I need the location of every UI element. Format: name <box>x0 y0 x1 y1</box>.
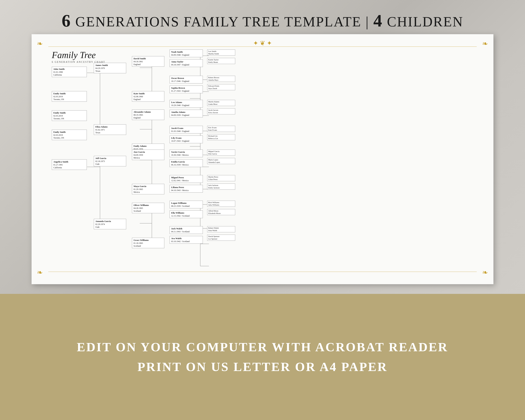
top-ornament: ✦ ❦ ✦ <box>253 39 272 47</box>
pair-jack-jackson: Jack Jackson Emily Jackson <box>207 183 235 190</box>
person-ella-williams: Ella Williams 12.15.1942 / Scotland <box>169 210 203 218</box>
person-amanda-garcia: Amanda Garcia 02.29.1974 Utah <box>94 219 126 229</box>
person-emily-smith-1: Emily Smith 02.03.2019 Toronto, ON <box>52 91 87 102</box>
pair-rick-williams: Rick Williams Julia Williams <box>207 201 235 207</box>
person-oliver-williams: Oliver Williams 04.28.1965 Scotland <box>132 203 164 213</box>
person-lily-evans: Lily Evans 10.07.1943 / England <box>169 136 203 143</box>
bottom-section: EDIT ON YOUR COMPUTER WITH ACROBAT READE… <box>0 294 525 420</box>
person-leo-adams: Leo Adams 10.29.1940 / England <box>169 100 203 108</box>
pair-richard-lin: Richard Lin Rebecca Lin <box>207 134 235 140</box>
person-noah-smith: Noah Smith 04.09.1948 / England <box>169 49 203 57</box>
person-oscar-brown: Oscar Brown 10.17.1946 / England <box>169 76 203 83</box>
person-eliza-adams: Eliza Adams 01.02.1971 Texas <box>94 124 126 135</box>
page-title: 6 GENERATIONS FAMILY TREE TEMPLATE | 4 C… <box>0 10 525 31</box>
family-title-area: Family Tree 6 GENERATION ANCESTRY CHART <box>52 50 108 64</box>
pair-robert-brown: Robert Brown Amelia Hays <box>207 76 235 82</box>
person-anna-taylor: Anna Taylor 04.18.1947 / England <box>169 59 203 67</box>
bottom-line2: PRINT ON US LETTER OR A4 PAPER <box>137 360 388 374</box>
pair-alfred-moon: Alfred Moon Elizabeth Moon <box>207 209 235 215</box>
person-james-smith: James Smith 04.29.1970 Texas <box>94 63 126 73</box>
person-jacob-evans: Jacob Evans 01.03.1940 / England <box>169 126 203 133</box>
pair-jacob-jacson: Jacob Jacson Erica Jacson <box>207 108 235 114</box>
person-jeff-garcia: Jeff Garcia 02.18.1973 Utah <box>94 156 126 166</box>
person-amelia-adams: Amelia Adams 04.09.1939 / England <box>169 110 203 117</box>
person-sophia-brown: Sophia Brown 01.27.1943 / England <box>169 86 203 93</box>
pair-karim-taylor: Karim Taylor Emily Beam <box>207 58 235 64</box>
pair-leo-smith: Leo Smith Martha Smith <box>207 49 235 56</box>
person-xavier-garcia: Xavier Garcia 10.30.1940 / Mexica <box>169 150 203 157</box>
document: ❧ ❧ ❧ ❧ ✦ ❦ ✦ Family Tree 6 GENERATION A… <box>31 34 494 284</box>
pair-edwayd-emin: Edwayd Emin Saya Zurab <box>207 84 235 90</box>
person-kate-smith: Kate Smith 02.08.1960 England <box>132 91 164 102</box>
person-john-smith: John Smith 01.01.1990 California <box>52 67 87 77</box>
gold-line-bottom <box>48 272 477 272</box>
gold-line-top <box>48 46 477 47</box>
bottom-line1: EDIT ON YOUR COMPUTER WITH ACROBAT READE… <box>77 340 448 354</box>
person-grace-williams: Grace Williams 01.18.1965 Scotland <box>132 238 164 248</box>
person-ava-walsh: Ava Walsh 03.10.1942 / Scotland <box>169 236 203 244</box>
corner-decoration-br: ❧ <box>478 268 488 279</box>
pair-robert-walsh: Robert Walsh Irina Walsh <box>207 226 235 232</box>
corner-decoration-tr: ❧ <box>478 39 488 50</box>
corner-decoration-tl: ❧ <box>37 39 47 50</box>
person-liliana-perez: Liliana Perez 04.10.1943 / Mexica <box>169 185 203 192</box>
person-miguel-perez: Miguel Perez 12.02.1941 / Mexica <box>169 175 203 183</box>
pair-eric-evans: Eric Evans Kate Evans <box>207 126 235 132</box>
person-emilia-garcia: Emilia Garcia 06.16.1939 / Mexica <box>169 159 203 167</box>
person-emily-smith-3: Emily Smith 02.03.2019 Toronto, ON <box>52 130 87 140</box>
person-angelica-smith: Angelica Smith 01.27.1991 California <box>52 159 87 170</box>
person-alexander-adams: Alexander Adams 08.19.1965 England <box>132 110 164 120</box>
family-title: Family Tree <box>52 50 108 60</box>
person-logan-williams: Logan Williams 08.25.1939 / Scotland <box>169 201 203 208</box>
person-maya-garcia: Maya Garcia 01.29.1965 Mexica <box>132 184 164 194</box>
person-jose-garcia: Jose Garcia 04.09.1959 Mexica <box>132 150 164 160</box>
pair-miguel-garcia: Miguel Garcia Ella Garcia <box>207 150 235 156</box>
pair-martin-adams: Martin Adams Linda Moor <box>207 100 235 106</box>
person-jack-walsh: Jack Walsh 04.11.1943 / Scotland <box>169 226 203 234</box>
corner-decoration-bl: ❧ <box>37 268 47 279</box>
pair-david-spenser: David Spenser Liz Spenser <box>207 235 235 241</box>
person-emily-smith-2: Emily Smith 02.03.2019 Toronto, ON <box>52 110 87 121</box>
pair-martin-perez: Martin Perez Lilian Perez <box>207 175 235 181</box>
pair-mario-lopez: Mario Lopez Amanda Lopez <box>207 158 235 164</box>
person-david-smith: David Smith 04.18.1961 England <box>132 56 164 67</box>
